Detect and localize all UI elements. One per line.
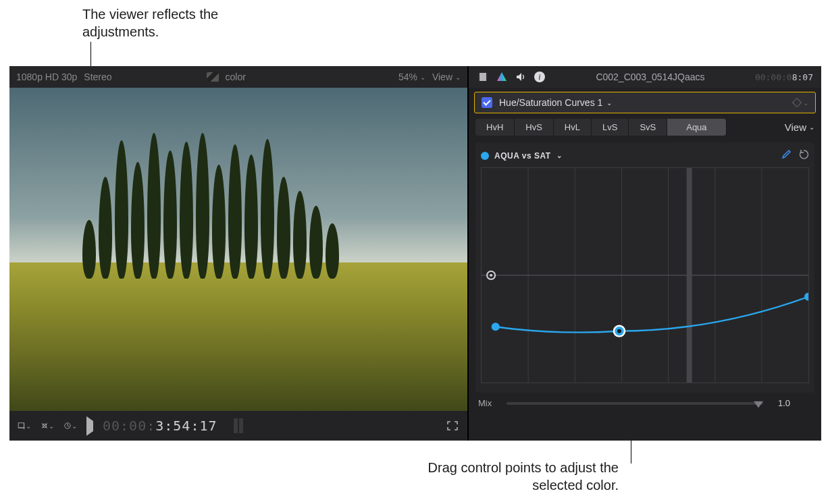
chevron-down-icon: ⌄ bbox=[72, 422, 77, 430]
curve-title-label: AQUA vs SAT bbox=[494, 151, 551, 161]
fullscreen-button[interactable] bbox=[446, 420, 459, 432]
info-inspector-icon[interactable]: i bbox=[534, 71, 546, 83]
svg-point-18 bbox=[490, 274, 492, 277]
play-button[interactable] bbox=[86, 421, 93, 431]
view-label: View bbox=[432, 72, 452, 82]
effect-name: Hue/Saturation Curves 1 bbox=[499, 97, 602, 108]
chevron-down-icon: ⌄ bbox=[49, 422, 54, 430]
audio-meters bbox=[234, 418, 243, 433]
aqua-color-dot bbox=[481, 152, 489, 160]
tc-prefix: 00:00:0 bbox=[755, 72, 792, 82]
svg-point-22 bbox=[804, 293, 808, 301]
mix-slider[interactable] bbox=[507, 402, 763, 405]
tab-hvh[interactable]: HvH bbox=[475, 119, 515, 136]
chevron-down-icon: ⌄ bbox=[809, 123, 814, 131]
chevron-down-icon: ⌄ bbox=[26, 422, 31, 430]
chevron-down-icon: ⌄ bbox=[455, 74, 461, 81]
keyframe-icon[interactable] bbox=[792, 98, 802, 107]
tab-hvs[interactable]: HvS bbox=[515, 119, 554, 136]
audio-inspector-icon[interactable] bbox=[515, 71, 527, 83]
timecode-value: 3:54:17 bbox=[155, 418, 217, 434]
view-label: View bbox=[785, 121, 806, 133]
svg-rect-4 bbox=[477, 73, 479, 81]
preview-ground bbox=[9, 262, 467, 411]
transform-tool-menu[interactable]: ⌄ bbox=[41, 420, 54, 432]
audio-label: Stereo bbox=[84, 72, 111, 82]
annotation-curve: Drag control points to adjust the select… bbox=[389, 459, 619, 494]
curve-type-tabs: HvH HvS HvL LvS SvS Aqua View ⌄ bbox=[475, 119, 814, 136]
video-inspector-icon[interactable] bbox=[477, 71, 489, 83]
mix-label: Mix bbox=[478, 398, 492, 408]
clip-label: color bbox=[226, 72, 246, 82]
preview-trees bbox=[55, 133, 367, 279]
curve-plot[interactable] bbox=[481, 167, 809, 383]
chevron-down-icon: ⌄ bbox=[420, 74, 425, 81]
tc-last: 8:07 bbox=[792, 72, 813, 82]
app-window: 1080p HD 30p Stereo color 54% ⌄ View ⌄ bbox=[9, 66, 821, 441]
effect-row[interactable]: Hue/Saturation Curves 1 ⌄ ⌄ bbox=[474, 92, 816, 113]
tab-lvs[interactable]: LvS bbox=[592, 119, 629, 136]
mix-value: 1.0 bbox=[778, 398, 812, 408]
annotation-viewer: The viewer reflects the adjustments. bbox=[82, 5, 271, 40]
tab-svs[interactable]: SvS bbox=[629, 119, 667, 136]
retime-tool-menu[interactable]: ⌄ bbox=[63, 420, 77, 432]
chevron-down-icon[interactable]: ⌄ bbox=[556, 152, 563, 159]
format-label: 1080p HD 30p bbox=[16, 72, 77, 82]
mix-row: Mix 1.0 bbox=[478, 398, 812, 408]
mix-slider-thumb[interactable] bbox=[754, 399, 763, 408]
view-menu[interactable]: View ⌄ bbox=[432, 72, 461, 82]
eyedropper-icon[interactable] bbox=[781, 149, 792, 162]
svg-point-21 bbox=[617, 329, 621, 333]
chevron-down-icon[interactable]: ⌄ bbox=[606, 99, 612, 107]
reset-icon[interactable] bbox=[798, 149, 809, 162]
svg-rect-16 bbox=[687, 168, 692, 383]
viewer-transport: ⌄ ⌄ ⌄ 00:00:3:54:17 bbox=[9, 411, 467, 441]
clip-name: C002_C003_0514JQaacs bbox=[554, 72, 747, 82]
chevron-down-icon[interactable]: ⌄ bbox=[803, 99, 808, 107]
timecode-prefix: 00:00: bbox=[103, 418, 155, 434]
viewer-timecode[interactable]: 00:00:3:54:17 bbox=[103, 418, 217, 434]
effect-enable-checkbox[interactable] bbox=[482, 97, 492, 108]
viewer-canvas[interactable] bbox=[9, 88, 467, 411]
tab-hvl[interactable]: HvL bbox=[554, 119, 592, 136]
inspector-timecode: 00:00:08:07 bbox=[755, 72, 813, 82]
viewer-header: 1080p HD 30p Stereo color 54% ⌄ View ⌄ bbox=[9, 66, 467, 88]
inspector-header: i C002_C003_0514JQaacs 00:00:08:07 bbox=[469, 66, 821, 88]
curve-editor: AQUA vs SAT ⌄ bbox=[475, 142, 814, 393]
svg-text:i: i bbox=[538, 72, 540, 82]
svg-rect-0 bbox=[18, 423, 24, 428]
svg-point-19 bbox=[492, 323, 500, 331]
inspector-panel: i C002_C003_0514JQaacs 00:00:08:07 Hue/S… bbox=[469, 66, 821, 441]
curve-view-menu[interactable]: View ⌄ bbox=[785, 121, 814, 133]
viewer-panel: 1080p HD 30p Stereo color 54% ⌄ View ⌄ bbox=[9, 66, 469, 441]
tab-aqua[interactable]: Aqua bbox=[667, 119, 726, 136]
clapperboard-icon bbox=[207, 72, 219, 82]
color-inspector-icon[interactable] bbox=[496, 71, 508, 83]
zoom-value: 54% bbox=[398, 72, 417, 82]
svg-marker-6 bbox=[497, 72, 507, 81]
crop-tool-menu[interactable]: ⌄ bbox=[18, 420, 31, 432]
play-icon bbox=[86, 416, 93, 436]
svg-rect-5 bbox=[486, 73, 488, 81]
zoom-menu[interactable]: 54% ⌄ bbox=[398, 72, 425, 82]
